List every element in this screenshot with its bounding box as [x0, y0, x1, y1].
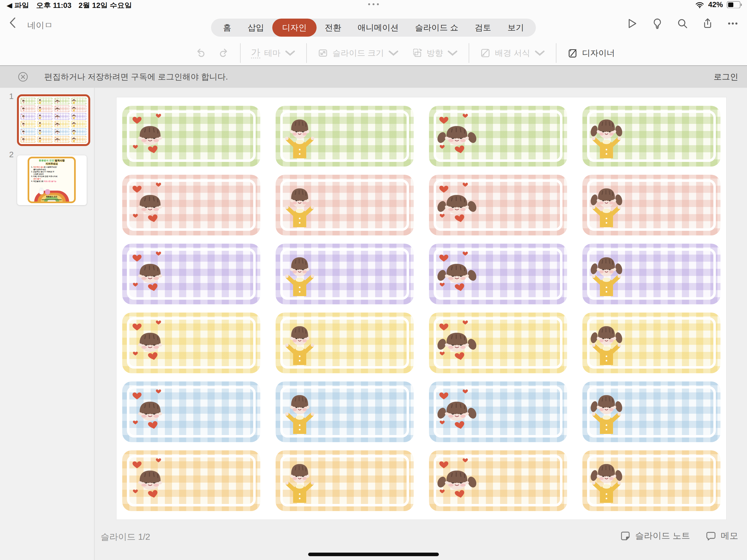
slide-size-button[interactable]: 슬라이드 크기 [311, 47, 405, 59]
mini-name-tag-purple-boy-hearts [20, 113, 36, 120]
slide-2-notice-card: 룡룡쌤의 펀펀 필독사항 지켜주세요 1. 개인적인 용도로 사용해주세요/출처… [28, 157, 76, 203]
name-tag-orange-boy-hearts[interactable] [122, 450, 260, 511]
mini-name-tag-yellow-boy-shirt [37, 121, 53, 127]
more-icon[interactable] [727, 18, 739, 29]
name-tag-purple-girl-shirt[interactable] [583, 244, 720, 304]
slide-size-label: 슬라이드 크기 [333, 48, 384, 59]
orientation-label: 방향 [427, 48, 443, 59]
battery-icon [727, 1, 741, 8]
slide-counter: 슬라이드 1/2 [101, 531, 150, 543]
mini-name-tag-green-boy-shirt [37, 98, 53, 104]
note-icon [620, 531, 631, 541]
share-icon[interactable] [702, 18, 714, 29]
slide-2-url-line [42, 199, 62, 200]
tab-home[interactable]: 홈 [215, 19, 239, 36]
name-tag-pink-girl-shirt[interactable] [583, 175, 720, 235]
mini-name-tag-yellow-girl-hearts [54, 121, 70, 127]
mini-name-tag-blue-girl-shirt [71, 128, 87, 135]
slide-2-title-line1: 룡룡쌤의 펀펀 필독사항 [29, 159, 74, 162]
name-tag-blue-girl-hearts[interactable] [429, 381, 567, 442]
name-tag-yellow-boy-hearts[interactable] [122, 312, 260, 373]
tab-view[interactable]: 보기 [499, 19, 532, 36]
name-tag-purple-boy-shirt[interactable] [276, 244, 414, 304]
title-bar: 네이ㅁ 홈 삽입 디자인 전환 애니메이션 슬라이드 쇼 검토 보기 [0, 8, 747, 37]
name-tag-pink-girl-hearts[interactable] [429, 175, 567, 235]
close-circle-icon[interactable] [17, 71, 29, 83]
undo-button[interactable] [189, 47, 212, 59]
name-tag-yellow-girl-hearts[interactable] [429, 312, 567, 373]
chevron-down-icon [284, 47, 296, 59]
name-tag-pink-boy-shirt[interactable] [276, 175, 414, 235]
designer-label: 디자이너 [582, 48, 615, 59]
mini-name-tag-orange-girl-shirt [71, 136, 87, 143]
mini-name-tag-orange-girl-hearts [54, 136, 70, 143]
tag-grid [117, 97, 726, 519]
name-tag-purple-boy-hearts[interactable] [122, 244, 260, 304]
name-tag-pink-boy-hearts[interactable] [122, 175, 260, 235]
redo-button[interactable] [212, 47, 236, 59]
workspace: 1 2 룡룡쌤의 펀펀 필독사항 지켜주세요 1. 개인적인 용도로 사용해주세… [0, 88, 747, 560]
slide-1-thumbnail[interactable] [17, 94, 90, 146]
name-tag-blue-boy-shirt[interactable] [276, 381, 414, 442]
back-chevron-icon[interactable] [7, 16, 19, 29]
designer-icon [567, 47, 578, 59]
mini-name-tag-pink-boy-shirt [37, 105, 53, 112]
status-bar: ◀ 파일 오후 11:03 2월 12일 수요일 42% [0, 0, 747, 8]
name-tag-green-boy-hearts[interactable] [122, 106, 260, 167]
mini-name-tag-purple-girl-shirt [71, 113, 87, 120]
slide-notes-label: 슬라이드 노트 [635, 530, 690, 542]
dino-character [45, 189, 50, 195]
bunny-character [39, 189, 44, 195]
name-tag-green-girl-shirt[interactable] [583, 106, 720, 167]
login-link[interactable]: 로그인 [714, 71, 738, 82]
mini-name-tag-pink-girl-shirt [71, 105, 87, 112]
name-tag-orange-boy-shirt[interactable] [276, 450, 414, 511]
play-icon[interactable] [626, 18, 638, 29]
wifi-icon [695, 1, 704, 9]
ideas-icon[interactable] [651, 18, 663, 29]
slide-2-thumbnail[interactable]: 룡룡쌤의 펀펀 필독사항 지켜주세요 1. 개인적인 용도로 사용해주세요/출처… [17, 155, 87, 205]
slide-thumbnail-panel: 1 2 룡룡쌤의 펀펀 필독사항 지켜주세요 1. 개인적인 용도로 사용해주세… [0, 88, 95, 560]
mini-name-tag-blue-boy-hearts [20, 128, 36, 135]
tab-design[interactable]: 디자인 [272, 19, 317, 36]
name-tag-blue-boy-hearts[interactable] [122, 381, 260, 442]
redo-icon [218, 47, 230, 59]
slide-canvas[interactable] [116, 97, 726, 520]
app-screen: ◀ 파일 오후 11:03 2월 12일 수요일 42% 네이ㅁ 홈 삽입 디자… [0, 0, 747, 560]
name-tag-purple-girl-hearts[interactable] [429, 244, 567, 304]
name-tag-green-girl-hearts[interactable] [429, 106, 567, 167]
home-indicator[interactable] [308, 553, 439, 556]
search-icon[interactable] [676, 18, 689, 29]
mini-name-tag-purple-boy-shirt [37, 113, 53, 120]
name-tag-orange-girl-hearts[interactable] [429, 450, 567, 511]
name-tag-yellow-girl-shirt[interactable] [583, 312, 720, 373]
tab-insert[interactable]: 삽입 [239, 19, 272, 36]
name-tag-blue-girl-shirt[interactable] [583, 381, 720, 442]
name-tag-green-boy-shirt[interactable] [276, 106, 414, 167]
slide-size-icon [317, 47, 329, 59]
orientation-button[interactable]: 방향 [405, 47, 464, 59]
mini-name-tag-blue-girl-hearts [54, 128, 70, 135]
tab-animations[interactable]: 애니메이션 [350, 19, 407, 36]
theme-label: 테마 [264, 48, 281, 59]
designer-button[interactable]: 디자이너 [561, 47, 621, 59]
mini-name-tag-green-girl-hearts [54, 98, 70, 104]
background-format-button[interactable]: 배경 서식 [473, 47, 551, 59]
slide-notes-button[interactable]: 슬라이드 노트 [620, 530, 690, 542]
tab-transitions[interactable]: 전환 [317, 19, 350, 36]
slide-number: 2 [0, 150, 17, 159]
theme-button[interactable]: 가 테마 [245, 47, 302, 59]
slide-2-footer-label: 룡룡쌤의 펀펀 [29, 196, 74, 198]
background-label: 배경 서식 [495, 48, 530, 59]
mini-name-tag-orange-boy-shirt [37, 136, 53, 143]
name-tag-yellow-boy-shirt[interactable] [276, 312, 414, 373]
chevron-down-icon [388, 47, 399, 59]
name-tag-orange-girl-shirt[interactable] [583, 450, 720, 511]
tab-review[interactable]: 검토 [466, 19, 499, 36]
ribbon-tab-bar: 홈 삽입 디자인 전환 애니메이션 슬라이드 쇼 검토 보기 [211, 19, 536, 36]
mini-name-tag-pink-boy-hearts [20, 105, 36, 112]
slide-2-title-line2: 지켜주세요 [29, 162, 74, 166]
tab-slideshow[interactable]: 슬라이드 쇼 [407, 19, 466, 36]
mini-name-tag-pink-girl-hearts [54, 105, 70, 112]
memo-button[interactable]: 메모 [705, 530, 738, 542]
